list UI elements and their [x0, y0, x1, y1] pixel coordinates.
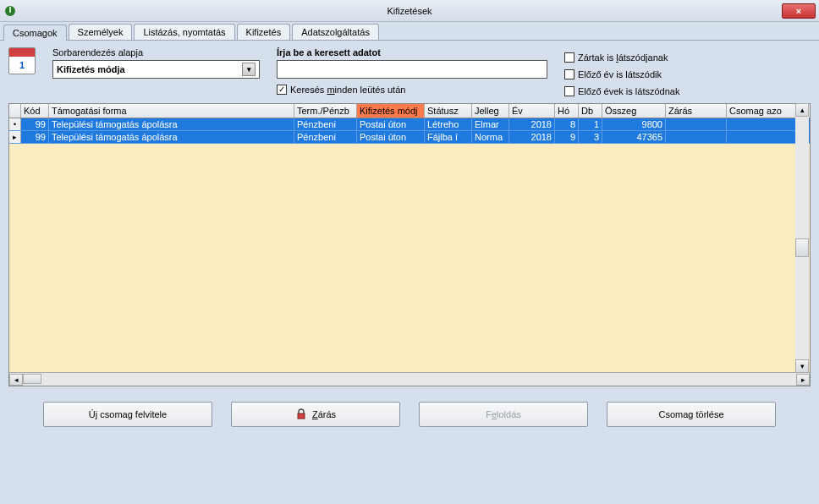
col-marker[interactable]	[9, 104, 21, 118]
scroll-up-icon[interactable]: ▴	[795, 103, 809, 117]
cell-ev: 2018	[509, 131, 555, 143]
checkbox-icon[interactable]	[277, 85, 287, 95]
grid-header: Kód Támogatási forma Term./Pénzb Kifizet…	[9, 104, 810, 118]
sort-label: Sorbarendezés alapja	[52, 47, 260, 58]
cell-csaz	[727, 118, 798, 130]
new-package-button[interactable]: Új csomag felvitele	[43, 402, 212, 427]
grid-outer: Kód Támogatási forma Term./Pénzb Kifizet…	[8, 103, 811, 386]
cell-osszeg: 9800	[602, 118, 666, 130]
checkbox-icon[interactable]	[564, 52, 574, 63]
svg-rect-1	[9, 7, 11, 13]
hscroll-thumb[interactable]	[23, 374, 41, 384]
check-zartak[interactable]: Zártak is látszódjanak	[564, 52, 679, 63]
col-term[interactable]: Term./Pénzb	[294, 104, 357, 118]
col-csaz[interactable]: Csomag azo	[727, 104, 798, 118]
cell-jelleg: Norma	[472, 131, 509, 143]
scroll-down-icon[interactable]: ▾	[795, 359, 809, 373]
close-icon: ×	[796, 6, 801, 16]
cell-statusz: Fájlba í	[425, 131, 472, 143]
col-forma[interactable]: Támogatási forma	[49, 104, 294, 118]
check-elozo-ev-label: Előző év is látszódik	[578, 69, 662, 79]
tab-bar: Csomagok Személyek Listázás, nyomtatás K…	[0, 22, 819, 40]
cell-osszeg: 47365	[602, 131, 666, 143]
table-row[interactable]: ▸ 99 Települési támogatás ápolásra Pénzb…	[9, 131, 810, 144]
row-marker: ▸	[9, 131, 21, 143]
search-label: Írja be a keresett adatot	[277, 47, 547, 58]
tab-szemelyek[interactable]: Személyek	[69, 24, 133, 40]
cell-mod: Postai úton	[357, 131, 425, 143]
tab-csomagok[interactable]: Csomagok	[3, 25, 67, 41]
check-elozo-ev[interactable]: Előző év is látszódik	[564, 69, 679, 79]
col-ho[interactable]: Hó	[555, 104, 579, 118]
cell-kod: 99	[21, 118, 49, 130]
cell-ev: 2018	[509, 118, 555, 130]
cell-kod: 99	[21, 131, 49, 143]
titlebar: Kifizetések ×	[0, 0, 819, 22]
cell-zaras	[666, 131, 727, 143]
cell-ho: 8	[555, 118, 579, 130]
horizontal-scrollbar[interactable]: ◂ ▸	[9, 372, 810, 386]
col-kod[interactable]: Kód	[21, 104, 49, 118]
col-ev[interactable]: Év	[509, 104, 555, 118]
delete-package-button[interactable]: Csomag törlése	[607, 402, 776, 427]
app-icon	[3, 4, 17, 18]
tab-adatszolg[interactable]: Adatszolgáltatás	[292, 24, 379, 40]
content-panel: 1 Sorbarendezés alapja Kifizetés módja ▾…	[0, 40, 819, 442]
search-block: Írja be a keresett adatot Keresés minden…	[277, 47, 547, 95]
cell-mod: Postai úton	[357, 118, 425, 130]
checkbox-icon[interactable]	[564, 69, 574, 79]
cell-statusz: Létreho	[425, 118, 472, 130]
col-zaras[interactable]: Zárás	[666, 104, 727, 118]
vertical-scrollbar[interactable]: ▴ ▾	[795, 103, 809, 373]
search-after-key[interactable]: Keresés minden leütés után	[277, 85, 547, 95]
col-jelleg[interactable]: Jelleg	[472, 104, 509, 118]
lock-label: Zárás	[312, 409, 336, 419]
grid-wrap: Kód Támogatási forma Term./Pénzb Kifizet…	[8, 103, 811, 386]
cell-forma: Települési támogatás ápolásra	[49, 131, 294, 143]
toolbar-row: 1 Sorbarendezés alapja Kifizetés módja ▾…	[8, 47, 811, 96]
button-bar: Új csomag felvitele Zárás Feloldás Csoma…	[8, 386, 811, 442]
data-grid[interactable]: Kód Támogatási forma Term./Pénzb Kifizet…	[8, 103, 811, 386]
search-after-key-label: Keresés minden leütés után	[290, 85, 405, 95]
delete-package-label: Csomag törlése	[658, 409, 723, 419]
filter-checks: Zártak is látszódjanak Előző év is látsz…	[564, 47, 679, 96]
row-marker: •	[9, 118, 21, 130]
calendar-icon[interactable]: 1	[8, 47, 36, 74]
chevron-down-icon[interactable]: ▾	[242, 63, 256, 76]
col-db[interactable]: Db	[579, 104, 602, 118]
lock-icon	[295, 408, 307, 420]
sort-value: Kifizetés módja	[57, 64, 125, 74]
lock-button[interactable]: Zárás	[231, 402, 400, 427]
cell-ho: 9	[555, 131, 579, 143]
scroll-left-icon[interactable]: ◂	[9, 374, 23, 386]
new-package-label: Új csomag felvitele	[89, 409, 167, 419]
sort-block: Sorbarendezés alapja Kifizetés módja ▾	[52, 47, 260, 79]
grid-body: • 99 Települési támogatás ápolásra Pénzb…	[9, 118, 810, 144]
cell-zaras	[666, 118, 727, 130]
cell-db: 1	[579, 118, 602, 130]
check-zartak-label: Zártak is látszódjanak	[578, 52, 668, 63]
tab-listazas[interactable]: Listázás, nyomtatás	[134, 24, 234, 40]
unlock-button[interactable]: Feloldás	[419, 402, 588, 427]
col-statusz[interactable]: Státusz	[425, 104, 472, 118]
hscroll-track[interactable]	[23, 374, 796, 386]
tab-kifizetes[interactable]: Kifizetés	[237, 24, 291, 40]
check-elozo-evek[interactable]: Előző évek is látszódnak	[564, 86, 679, 96]
cell-term: Pénzbeni	[294, 118, 357, 130]
col-osszeg[interactable]: Összeg	[602, 104, 666, 118]
col-mod[interactable]: Kifizetés módj	[357, 104, 425, 118]
cell-forma: Települési támogatás ápolásra	[49, 118, 294, 130]
scroll-right-icon[interactable]: ▸	[796, 374, 810, 386]
check-elozo-evek-label: Előző évek is látszódnak	[578, 86, 679, 96]
cell-term: Pénzbeni	[294, 131, 357, 143]
vscroll-thumb[interactable]	[795, 238, 809, 257]
search-input[interactable]	[277, 60, 547, 79]
cell-jelleg: Elmar	[472, 118, 509, 130]
vscroll-track[interactable]	[795, 117, 809, 359]
grid-empty-area	[9, 144, 810, 372]
close-button[interactable]: ×	[782, 3, 816, 19]
checkbox-icon[interactable]	[564, 86, 574, 96]
sort-select[interactable]: Kifizetés módja ▾	[52, 60, 260, 79]
table-row[interactable]: • 99 Települési támogatás ápolásra Pénzb…	[9, 118, 810, 131]
unlock-label: Feloldás	[486, 409, 521, 419]
